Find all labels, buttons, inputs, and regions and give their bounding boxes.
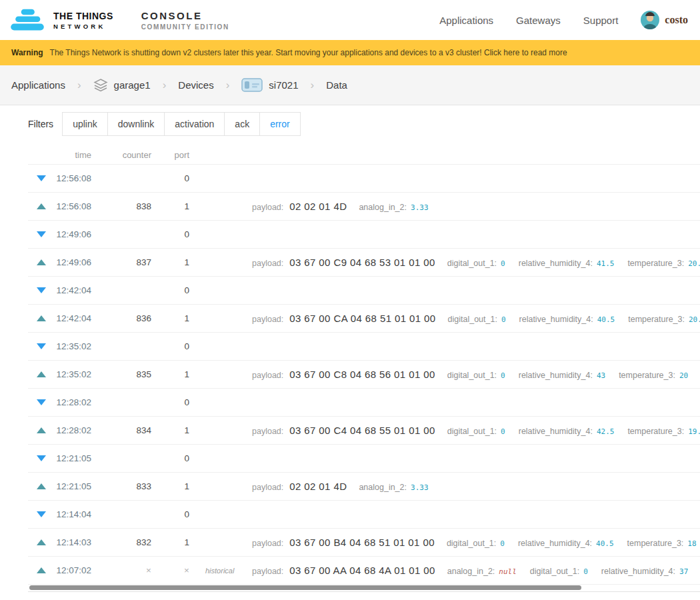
row-port: 0 (151, 341, 189, 351)
payload-hex: 03 67 00 AA 04 68 4A 01 01 00 (289, 565, 435, 576)
uplink-icon (37, 539, 46, 545)
field-label: digital_out_1: (447, 371, 497, 380)
payload-hex: 03 67 00 C8 04 68 56 01 01 00 (289, 369, 435, 380)
tab-error[interactable]: error (260, 112, 301, 136)
field-value: 42.5 (597, 427, 615, 436)
uplink-icon (37, 427, 46, 433)
row-time: 12:56:08 (55, 201, 91, 211)
ttn-brand[interactable]: THE THINGS NETWORK CONSOLE COMMUNITY EDI… (7, 6, 229, 34)
table-row[interactable]: 12:35:020 (28, 333, 700, 361)
data-table: time counter port 12:56:08012:56:088381p… (28, 145, 700, 592)
chevron-right-icon: › (226, 79, 230, 92)
table-row[interactable]: 12:07:02××historicalpayload:03 67 00 AA … (28, 557, 700, 585)
row-counter: × (91, 565, 151, 575)
field-value: 41.5 (597, 259, 615, 268)
row-time: 12:56:08 (55, 173, 91, 183)
downlink-icon (37, 287, 46, 293)
table-row[interactable]: 12:35:028351payload:03 67 00 C8 04 68 56… (28, 361, 700, 389)
row-port: 0 (151, 229, 189, 239)
breadcrumb-label: garage1 (114, 79, 151, 91)
field-label: relative_humidity_4: (518, 539, 592, 548)
table-row[interactable]: 12:49:068371payload:03 67 00 C9 04 68 53… (28, 249, 700, 277)
tab-downlink[interactable]: downlink (108, 112, 165, 136)
row-port: 1 (151, 369, 189, 379)
field-value: 0 (501, 259, 505, 268)
field-value: 20.1 (688, 259, 700, 268)
breadcrumb-label: Devices (178, 79, 213, 91)
payload-hex: 03 67 00 C9 04 68 53 01 01 00 (289, 257, 435, 268)
downlink-icon (37, 455, 46, 461)
breadcrumb-item-devices[interactable]: Devices (178, 79, 213, 91)
payload-hex: 03 67 00 CA 04 68 51 01 01 00 (289, 313, 435, 324)
row-counter: 835 (91, 369, 151, 379)
payload-label: payload: (252, 371, 283, 380)
column-time: time (55, 150, 91, 160)
field-label: relative_humidity_4: (601, 567, 675, 576)
row-payload: payload:03 67 00 C9 04 68 53 01 01 00dig… (252, 257, 700, 268)
field-value: 0 (501, 371, 505, 380)
row-port: 0 (151, 397, 189, 407)
brand-line2: NETWORK (53, 23, 113, 30)
tab-activation[interactable]: activation (165, 112, 225, 136)
nav-gateways[interactable]: Gateways (516, 15, 561, 26)
ttn-cloud-logo (7, 6, 48, 34)
downlink-icon (37, 399, 46, 405)
breadcrumb: Applications › garage1 › Devices › (0, 65, 700, 105)
field-label: digital_out_1: (447, 259, 497, 268)
table-row[interactable]: 12:49:060 (28, 221, 700, 249)
payload-label: payload: (252, 567, 283, 576)
column-port: port (151, 150, 189, 160)
filter-tabs: uplink downlink activation ack error (62, 112, 301, 136)
payload-label: payload: (252, 315, 283, 324)
field-value: 37 (679, 567, 688, 576)
field-label: digital_out_1: (530, 567, 579, 576)
breadcrumb-item-garage1[interactable]: garage1 (93, 78, 151, 93)
device-icon (241, 78, 263, 92)
table-row[interactable]: 12:28:020 (28, 389, 700, 417)
nav-support[interactable]: Support (583, 15, 619, 26)
warning-text: The Things Network is shutting down v2 c… (50, 48, 567, 57)
field-value: 40.5 (597, 315, 615, 324)
field-label: temperature_3: (628, 315, 685, 324)
row-time: 12:49:06 (55, 257, 91, 267)
tab-ack[interactable]: ack (225, 112, 260, 136)
tab-uplink[interactable]: uplink (62, 112, 108, 136)
table-row[interactable]: 12:56:088381payload:02 02 01 4Danalog_in… (28, 193, 700, 221)
row-counter: 834 (91, 425, 151, 435)
uplink-icon (37, 371, 46, 377)
field-value: 3.33 (411, 203, 429, 212)
table-row[interactable]: 12:28:028341payload:03 67 00 C4 04 68 55… (28, 417, 700, 445)
warning-banner[interactable]: Warning The Things Network is shutting d… (0, 40, 700, 65)
table-row[interactable]: 12:56:080 (28, 165, 700, 193)
uplink-icon (37, 259, 46, 265)
row-time: 12:35:02 (55, 369, 91, 379)
breadcrumb-item-si7021[interactable]: si7021 (241, 78, 298, 92)
field-label: relative_humidity_4: (519, 427, 593, 436)
user-menu[interactable]: costo (641, 11, 688, 29)
field-label: temperature_3: (619, 371, 675, 380)
table-row[interactable]: 12:42:048361payload:03 67 00 CA 04 68 51… (28, 305, 700, 333)
table-row[interactable]: 12:14:040 (28, 501, 700, 529)
table-row[interactable]: 12:14:038321payload:03 67 00 B4 04 68 51… (28, 529, 700, 557)
field-value: 3.33 (411, 483, 429, 492)
breadcrumb-item-data[interactable]: Data (326, 79, 347, 91)
field-label: relative_humidity_4: (519, 371, 593, 380)
table-row[interactable]: 12:21:050 (28, 445, 700, 473)
row-payload: payload:02 02 01 4Danalog_in_2:3.33 (252, 481, 700, 492)
page: THE THINGS NETWORK CONSOLE COMMUNITY EDI… (0, 0, 700, 600)
nav-applications[interactable]: Applications (439, 15, 493, 26)
row-tag: historical (189, 567, 252, 575)
payload-label: payload: (252, 539, 283, 548)
row-counter: 832 (91, 537, 151, 547)
row-time: 12:07:02 (55, 565, 91, 575)
scrollbar-thumb[interactable] (29, 585, 581, 590)
uplink-icon (37, 315, 46, 321)
payload-hex: 03 67 00 C4 04 68 55 01 01 00 (289, 425, 435, 436)
warning-label: Warning (11, 48, 43, 57)
payload-hex: 03 67 00 B4 04 68 51 01 01 00 (289, 537, 435, 548)
breadcrumb-item-applications[interactable]: Applications (11, 79, 65, 91)
table-row[interactable]: 12:21:058331payload:02 02 01 4Danalog_in… (28, 473, 700, 501)
row-time: 12:49:06 (55, 229, 91, 239)
table-row[interactable]: 12:42:040 (28, 277, 700, 305)
row-port: 1 (151, 257, 189, 267)
